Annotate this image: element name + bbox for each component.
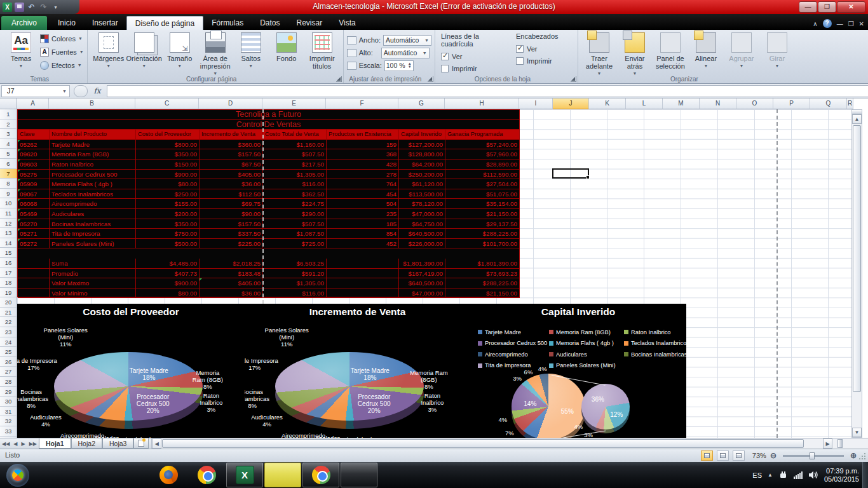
taskbar-button-windows-media-player[interactable] <box>112 463 149 487</box>
vertical-scrollbar[interactable]: ▲ ▼ <box>851 109 862 438</box>
scroll-left-icon[interactable]: ◀ <box>152 438 161 449</box>
dialog-launcher-icon[interactable] <box>571 76 576 82</box>
alinear-button[interactable]: Alinear▼ <box>688 32 724 70</box>
restore-button[interactable]: ❐ <box>818 1 836 13</box>
row-header-20[interactable]: 20 <box>0 297 17 308</box>
row-header-29[interactable]: 29 <box>0 387 17 397</box>
row-header-15[interactable]: 15 <box>0 248 17 258</box>
horizontal-scrollbar[interactable]: ◀ ▶ <box>151 438 868 449</box>
column-header-B[interactable]: B <box>49 98 135 109</box>
first-sheet-icon[interactable]: ◀◀ <box>2 441 10 447</box>
scroll-right-icon[interactable]: ▶ <box>823 438 832 449</box>
resize-grip[interactable] <box>858 452 867 461</box>
select-all-corner[interactable] <box>0 98 17 109</box>
chart-2[interactable]: Incremento de VentaTarjete Madre18%Memor… <box>245 304 470 438</box>
column-header-G[interactable]: G <box>398 98 445 109</box>
workbook-close-icon[interactable]: ✕ <box>859 20 864 27</box>
column-header-Q[interactable]: Q <box>810 98 847 109</box>
taskbar-button-windows-explorer[interactable] <box>74 463 111 487</box>
column-header-F[interactable]: F <box>326 98 398 109</box>
column-header-N[interactable]: N <box>700 98 736 109</box>
zoom-out-icon[interactable]: ⊖ <box>770 451 776 460</box>
formula-input[interactable] <box>107 85 868 97</box>
row-header-11[interactable]: 11 <box>0 208 17 219</box>
row-header-30[interactable]: 30 <box>0 396 17 407</box>
width-select[interactable]: Automático▼ <box>383 35 431 46</box>
row-header-7[interactable]: 7 <box>0 169 17 179</box>
taskbar-button-image-viewer[interactable] <box>341 463 377 487</box>
ribbon-tab-archivo[interactable]: Archivo <box>1 16 47 30</box>
insert-function-icon[interactable]: fx <box>88 86 107 95</box>
column-header-D[interactable]: D <box>199 98 262 109</box>
start-button[interactable] <box>6 464 29 487</box>
ribbon-tab-revisar[interactable]: Revisar <box>288 16 331 30</box>
chart-3[interactable]: Capital InveridoTarjete MadreMemoria Ram… <box>470 304 686 438</box>
normal-view-button[interactable] <box>701 451 713 461</box>
row-header-26[interactable]: 26 <box>0 357 17 367</box>
power-plug-icon[interactable] <box>778 470 788 480</box>
help-icon[interactable]: ? <box>823 19 832 28</box>
row-header-32[interactable]: 32 <box>0 416 17 426</box>
traer-adelante-button[interactable]: Traer adelante▼ <box>581 32 617 78</box>
ribbon-tab-dise-o-de-p-gina[interactable]: Diseño de página <box>126 16 203 30</box>
scroll-up-icon[interactable]: ▲ <box>852 114 862 124</box>
column-header-P[interactable]: P <box>773 98 810 109</box>
cell-grid[interactable]: Tecnoliga a FuturoControl De VentasClave… <box>17 109 851 438</box>
row-header-25[interactable]: 25 <box>0 347 17 357</box>
horizontal-scroll-thumb[interactable] <box>162 439 804 448</box>
dialog-launcher-icon[interactable] <box>428 76 433 82</box>
row-header-5[interactable]: 5 <box>0 149 17 159</box>
row-header-9[interactable]: 9 <box>0 189 17 199</box>
gridlines-view-checkbox[interactable]: Ver <box>441 50 511 62</box>
workbook-minimize-icon[interactable]: — <box>837 20 843 27</box>
row-header-8[interactable]: 8 <box>0 179 17 189</box>
scale-spinner[interactable]: 100 %▲▼ <box>384 60 414 71</box>
imprimir-titulos-button[interactable]: Imprimir títulos <box>304 32 340 70</box>
margenes-button[interactable]: Márgenes▼ <box>91 32 126 70</box>
girar-button[interactable]: Girar▼ <box>759 32 795 70</box>
taskbar-button-media-player-classic[interactable] <box>264 463 301 487</box>
area-impresion-button[interactable]: Área de impresión▼ <box>198 32 233 78</box>
row-header-17[interactable]: 17 <box>0 268 17 278</box>
taskbar-button-chrome[interactable] <box>188 463 225 487</box>
name-box[interactable]: J7▼ <box>1 85 70 97</box>
column-header-J[interactable]: J <box>553 98 589 109</box>
zoom-slider[interactable] <box>783 455 844 457</box>
row-header-3[interactable]: 3 <box>0 129 17 139</box>
column-header-H[interactable]: H <box>445 98 519 109</box>
row-header-13[interactable]: 13 <box>0 228 17 238</box>
chart-1[interactable]: Costo del ProveedorTarjete Madre18%Memor… <box>17 304 245 438</box>
row-header-1[interactable]: 1 <box>0 109 17 119</box>
row-header-31[interactable]: 31 <box>0 407 17 417</box>
show-desktop-button[interactable] <box>862 462 868 488</box>
taskbar-button-comodo-dragon[interactable] <box>36 463 72 487</box>
height-select[interactable]: Automático▼ <box>381 48 430 58</box>
zoom-slider-thumb[interactable] <box>810 452 815 459</box>
saltos-button[interactable]: Saltos▼ <box>233 32 269 70</box>
dialog-launcher-icon[interactable] <box>336 76 342 82</box>
column-header-L[interactable]: L <box>626 98 663 109</box>
row-header-19[interactable]: 19 <box>0 288 17 298</box>
tab-split-handle[interactable] <box>837 439 843 448</box>
taskbar-button-chrome-2[interactable] <box>302 463 339 487</box>
headings-view-checkbox[interactable]: Ver <box>516 43 572 55</box>
row-header-10[interactable]: 10 <box>0 198 17 208</box>
vertical-scroll-thumb[interactable] <box>853 125 861 392</box>
insert-worksheet-tab[interactable] <box>133 438 149 449</box>
row-header-27[interactable]: 27 <box>0 367 17 377</box>
row-header-6[interactable]: 6 <box>0 159 17 169</box>
fondo-button[interactable]: Fondo <box>269 32 304 62</box>
next-sheet-icon[interactable]: ▶ <box>21 441 25 447</box>
ribbon-tab-datos[interactable]: Datos <box>252 16 288 30</box>
ribbon-tab-insertar[interactable]: Insertar <box>84 16 126 30</box>
collapse-ribbon-icon[interactable]: ∧ <box>813 20 817 27</box>
row-header-2[interactable]: 2 <box>0 119 17 130</box>
row-header-24[interactable]: 24 <box>0 337 17 348</box>
column-header-O[interactable]: O <box>736 98 773 109</box>
column-header-I[interactable]: I <box>519 98 553 109</box>
enviar-atras-button[interactable]: Enviar atrás▼ <box>617 32 653 78</box>
zoom-level[interactable]: 73% <box>752 452 766 459</box>
fuentes-button[interactable]: AFuentes▼ <box>40 45 84 58</box>
minimize-button[interactable]: — <box>799 1 817 13</box>
prev-sheet-icon[interactable]: ◀ <box>13 441 17 447</box>
